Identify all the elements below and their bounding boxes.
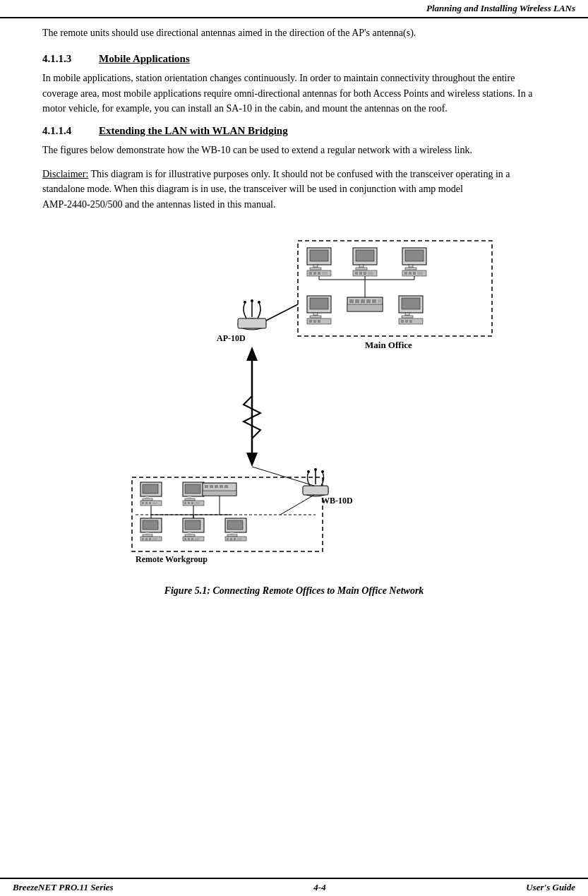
- svg-rect-96: [203, 491, 236, 496]
- page-footer: BreezeNET PRO.11 Series 4-4 User's Guide: [0, 878, 588, 896]
- svg-point-61: [258, 301, 260, 304]
- svg-rect-24: [404, 272, 407, 275]
- svg-rect-17: [364, 272, 366, 275]
- svg-point-71: [321, 470, 324, 473]
- svg-rect-121: [230, 538, 232, 540]
- svg-rect-99: [145, 532, 149, 534]
- computer-rw-1: [140, 482, 162, 506]
- section-4114-number: 4.1.1.4: [42, 125, 99, 137]
- svg-rect-20: [405, 250, 424, 261]
- svg-rect-7: [313, 272, 316, 275]
- computer-rw-2: [183, 482, 204, 506]
- svg-rect-9: [322, 272, 328, 275]
- svg-rect-49: [401, 320, 404, 323]
- section-4114-body1: The figures below demonstrate how the WB…: [42, 143, 546, 158]
- svg-rect-80: [152, 502, 157, 504]
- svg-point-60: [251, 299, 253, 302]
- svg-rect-120: [227, 538, 229, 540]
- wb-10d-icon: [303, 468, 328, 496]
- svg-rect-58: [238, 318, 266, 328]
- svg-rect-82: [185, 484, 200, 494]
- section-4113-number: 4.1.1.3: [42, 53, 99, 65]
- svg-rect-79: [149, 502, 151, 504]
- ap-label: AP-10D: [217, 333, 246, 343]
- svg-rect-4: [310, 268, 321, 270]
- disclaimer-text: Disclaimer: This diagram is for illustra…: [42, 167, 546, 213]
- footer-right: User's Guide: [526, 882, 575, 893]
- svg-point-70: [314, 468, 317, 471]
- svg-rect-31: [361, 299, 365, 303]
- computer-mo-4: [307, 296, 331, 324]
- svg-rect-73: [143, 484, 158, 494]
- svg-rect-74: [145, 496, 149, 498]
- wb-label: WB-10D: [321, 496, 353, 506]
- svg-rect-75: [143, 498, 152, 501]
- svg-rect-46: [405, 313, 409, 316]
- svg-rect-50: [405, 320, 408, 323]
- svg-rect-3: [313, 265, 318, 268]
- disclaimer-label: Disclaimer:: [42, 169, 88, 179]
- computer-mo-1: [307, 248, 331, 276]
- disclaimer-model: AMP-2440-250/500 and the antennas listed…: [42, 199, 276, 210]
- disclaimer-body: This diagram is for illustrative purpose…: [42, 169, 510, 195]
- remote-label: Remote Workgroup: [136, 554, 208, 564]
- svg-rect-102: [142, 538, 144, 540]
- svg-rect-16: [359, 272, 362, 275]
- svg-rect-2: [310, 250, 328, 261]
- svg-rect-35: [347, 304, 383, 311]
- computer-mo-3: [402, 248, 426, 276]
- svg-rect-87: [188, 502, 190, 504]
- svg-rect-11: [356, 250, 374, 261]
- svg-rect-89: [195, 502, 200, 504]
- computer-mo-5: [399, 296, 423, 324]
- svg-rect-37: [310, 298, 328, 309]
- svg-rect-94: [220, 485, 223, 488]
- footer-center: 4-4: [313, 882, 325, 893]
- svg-line-62: [266, 304, 298, 321]
- svg-rect-83: [188, 496, 191, 498]
- svg-marker-64: [246, 347, 258, 361]
- svg-rect-108: [188, 532, 191, 534]
- svg-point-69: [307, 470, 310, 473]
- svg-rect-100: [143, 534, 152, 537]
- svg-rect-113: [191, 538, 193, 540]
- hub-rw: [203, 483, 236, 496]
- svg-rect-92: [210, 485, 213, 488]
- svg-rect-95: [224, 485, 228, 488]
- svg-rect-47: [402, 316, 413, 318]
- page-header: Planning and Installing Wireless LANs: [0, 0, 588, 18]
- section-4114-title: Extending the LAN with WLAN Bridging: [99, 125, 288, 137]
- svg-rect-45: [402, 298, 420, 309]
- svg-rect-26: [413, 272, 416, 275]
- svg-rect-42: [313, 320, 316, 323]
- svg-rect-15: [355, 272, 358, 275]
- svg-point-59: [244, 301, 246, 304]
- computer-rw-5: [225, 518, 246, 541]
- computer-rw-3: [140, 518, 162, 541]
- section-4113-body: In mobile applications, station orientat…: [42, 71, 546, 117]
- figure-caption: Figure 5.1: Connecting Remote Offices to…: [164, 585, 424, 597]
- svg-rect-107: [185, 520, 200, 530]
- section-4113-title: Mobile Applications: [99, 53, 190, 65]
- svg-rect-68: [303, 486, 328, 495]
- network-diagram: Main Office: [90, 227, 499, 580]
- svg-rect-12: [359, 265, 364, 268]
- svg-rect-105: [152, 538, 157, 540]
- svg-marker-65: [246, 453, 258, 467]
- svg-rect-43: [318, 320, 320, 323]
- svg-rect-13: [356, 268, 367, 270]
- svg-rect-29: [349, 299, 354, 303]
- svg-rect-25: [409, 272, 412, 275]
- svg-rect-21: [409, 265, 413, 268]
- intro-paragraph: The remote units should use directional …: [42, 25, 546, 40]
- svg-rect-38: [313, 313, 318, 316]
- hub-mo: [347, 297, 383, 311]
- svg-rect-22: [405, 268, 416, 270]
- svg-rect-123: [237, 538, 242, 540]
- figure-container: Main Office: [42, 227, 546, 597]
- svg-rect-118: [227, 534, 237, 537]
- svg-rect-104: [149, 538, 151, 540]
- svg-rect-84: [185, 498, 195, 501]
- svg-rect-117: [230, 532, 234, 534]
- svg-rect-91: [205, 485, 208, 488]
